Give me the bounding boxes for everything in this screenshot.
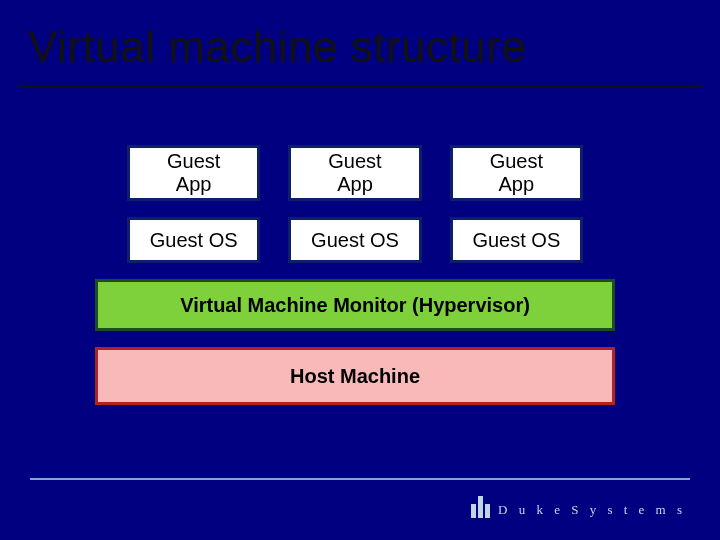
slide-title: Virtual machine structure (28, 22, 526, 72)
guest-os-box: Guest OS (288, 217, 421, 263)
chapel-icon (471, 496, 490, 518)
guest-app-box: Guest App (127, 145, 260, 201)
logo-text: D u k e S y s t e m s (498, 502, 686, 518)
host-machine-box: Host Machine (95, 347, 615, 405)
guest-app-box: Guest App (288, 145, 421, 201)
guest-app-row: Guest App Guest App Guest App (95, 145, 615, 201)
duke-systems-logo: D u k e S y s t e m s (471, 496, 686, 518)
vm-diagram: Guest App Guest App Guest App Guest OS G… (95, 145, 615, 405)
guest-app-box: Guest App (450, 145, 583, 201)
hypervisor-box: Virtual Machine Monitor (Hypervisor) (95, 279, 615, 331)
guest-os-box: Guest OS (450, 217, 583, 263)
guest-os-row: Guest OS Guest OS Guest OS (95, 217, 615, 263)
guest-os-box: Guest OS (127, 217, 260, 263)
footer-divider (30, 478, 690, 480)
title-underline (20, 86, 700, 88)
